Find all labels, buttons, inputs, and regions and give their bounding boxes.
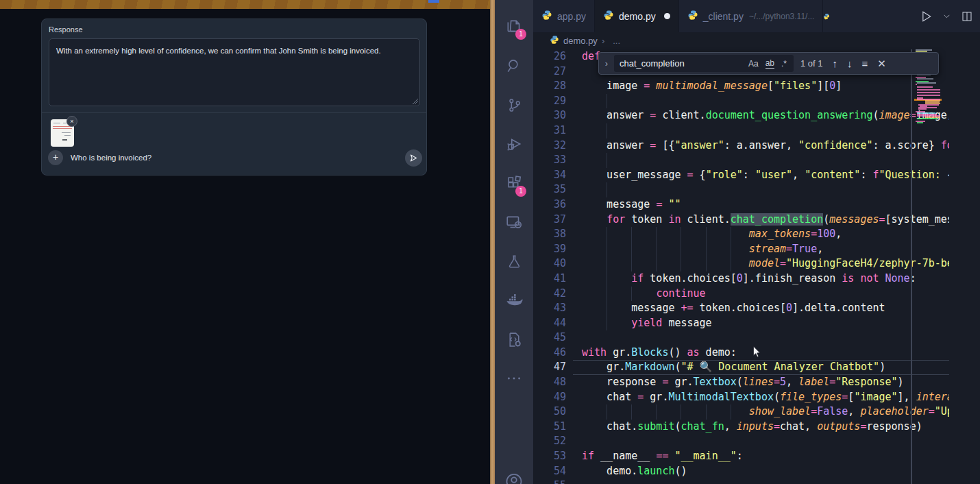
code-text: answer = client.document_question_answer… [582,108,949,123]
code-line[interactable]: 43 message += token.choices[0].delta.con… [533,301,949,316]
code-line[interactable]: 33 [533,153,949,168]
sidebar-item-testing[interactable] [495,245,533,278]
code-line[interactable]: 46with gr.Blocks() as demo: [533,346,949,361]
code-line[interactable]: 32 answer = [{"answer": a.answer, "confi… [533,138,949,154]
sidebar-item-search[interactable] [495,49,533,82]
send-button[interactable] [405,149,422,167]
editor-scrollbar[interactable] [911,49,912,484]
sidebar-item-remote-explorer[interactable] [495,206,533,239]
indent-guide [631,287,632,302]
line-number: 30 [533,108,566,123]
sidebar-item-run-debug[interactable] [495,128,533,160]
line-number: 31 [533,123,566,138]
code-line[interactable]: 55 [533,479,949,484]
code-line[interactable]: 31 [533,123,949,138]
tab-demo-py[interactable]: demo.py [595,0,679,32]
whole-word-toggle[interactable]: ab [765,58,774,69]
code-line[interactable]: 35 [533,182,949,197]
attachment-close-button[interactable]: × [66,116,77,127]
line-number: 37 [533,213,566,228]
find-in-selection-button[interactable]: ≡ [862,58,868,69]
minimap-code-bar [917,82,936,84]
code-line[interactable]: 49 chat = gr.MultimodalTextbox(file_type… [533,390,949,405]
breadcrumb-file[interactable]: demo.py [563,36,598,46]
find-input[interactable]: chat_completion Aa ab .* [614,55,794,72]
split-editor-button[interactable] [961,10,973,23]
code-line[interactable]: 45 [533,330,949,346]
sidebar-item-explorer[interactable]: 1 [495,10,533,43]
code-line[interactable]: 48 response = gr.Textbox(lines=5, label=… [533,375,949,390]
code-text: stream=True, [582,242,823,257]
code-line[interactable]: 37 for token in client.chat_completion(m… [533,213,949,228]
code-line[interactable]: 54 demo.launch() [533,464,949,479]
line-number: 52 [533,434,566,449]
code-line[interactable]: 50 show_label=False, placeholder="Upload… [533,404,949,420]
code-editor[interactable]: 26def2728 image = multimodal_message["fi… [533,49,949,484]
code-line[interactable]: 47 gr.Markdown("# 🔍 Document Analyzer Ch… [533,360,949,375]
chat-input[interactable]: Who is being invoiced? [71,154,151,162]
code-line[interactable]: 52 [533,434,949,449]
indent-guide [706,227,707,242]
code-line[interactable]: 30 answer = client.document_question_ans… [533,108,949,123]
code-line[interactable]: 42 continue [533,287,949,302]
code-text: model="HuggingFaceH4/zephyr-7b-beta") [582,256,949,271]
code-line[interactable]: 41 if token.choices[0].finish_reason is … [533,271,949,287]
run-button[interactable] [919,10,933,23]
sidebar-item-source-control[interactable] [495,88,533,121]
code-line[interactable]: 51 chat.submit(chat_fn, inputs=chat, out… [533,420,949,435]
cmake-tools-icon [506,331,523,348]
regex-toggle[interactable]: .* [781,59,787,69]
indent-guide [607,404,607,420]
line-number: 39 [533,242,566,257]
sidebar-item-more[interactable] [495,362,533,395]
code-line[interactable]: 53if __name__ == "__main__": [533,449,949,464]
textarea-resize-handle[interactable] [412,98,418,104]
line-number: 36 [533,197,566,213]
find-previous-button[interactable]: ↑ [833,58,838,69]
minimap[interactable] [914,49,942,484]
code-text: max_tokens=100, [582,227,842,242]
indent-guide [607,94,607,109]
match-case-toggle[interactable]: Aa [748,59,759,69]
find-replace-toggle-chevron[interactable]: › [599,58,614,69]
code-text: for token in client.chat_completion(mess… [582,213,949,228]
code-line[interactable]: 44 yield message [533,316,949,331]
code-line[interactable]: 36 message = "" [533,197,949,213]
unsaved-dot-icon[interactable] [664,13,670,19]
indent-guide [706,242,707,257]
code-line[interactable]: 29 [533,94,949,109]
tab-bar: app.py demo.py _client.py ~/.../python3.… [533,0,980,32]
breadcrumb-more[interactable]: ... [613,36,620,46]
breadcrumb[interactable]: demo.py › ... [533,32,980,49]
find-close-button[interactable]: ✕ [877,58,886,70]
find-next-button[interactable]: ↓ [847,58,853,69]
run-dropdown-chevron-icon[interactable] [942,12,951,21]
gradio-app-pane: Response With an extremely high level of… [0,0,490,484]
code-line[interactable]: 38 max_tokens=100, [533,227,949,242]
thumb-detail [53,128,72,129]
sidebar-item-cmake-tools[interactable] [495,323,533,356]
code-text: user_message = {"role": "user", "content… [582,168,949,183]
code-line[interactable]: 39 stream=True, [533,242,949,257]
line-number: 50 [533,404,566,420]
indent-guide [656,256,657,271]
thumb-detail [62,139,67,141]
line-number: 40 [533,256,566,271]
code-line[interactable]: 28 image = multimodal_message["files"][0… [533,79,949,94]
response-label: Response [49,25,83,34]
sidebar-item-extensions[interactable]: 1 [495,167,533,199]
gradio-top-banner [0,0,490,9]
thumb-detail [62,132,71,133]
topbar-blue-dash [428,0,439,3]
sidebar-item-docker[interactable] [495,284,533,317]
tab-client-py[interactable]: _client.py ~/.../python3.11/... [679,0,824,32]
minimap-code-bar [917,89,940,90]
sidebar-item-account[interactable] [495,463,533,484]
code-line[interactable]: 34 user_message = {"role": "user", "cont… [533,168,949,183]
upload-plus-button[interactable]: + [48,150,63,165]
code-text: chat = gr.MultimodalTextbox(file_types=[… [582,390,949,405]
tab-app-py[interactable]: app.py [533,0,595,32]
pane-divider[interactable] [490,0,495,484]
response-textarea[interactable]: With an extremely high level of confiden… [49,38,420,106]
code-line[interactable]: 40 model="HuggingFaceH4/zephyr-7b-beta") [533,256,949,271]
